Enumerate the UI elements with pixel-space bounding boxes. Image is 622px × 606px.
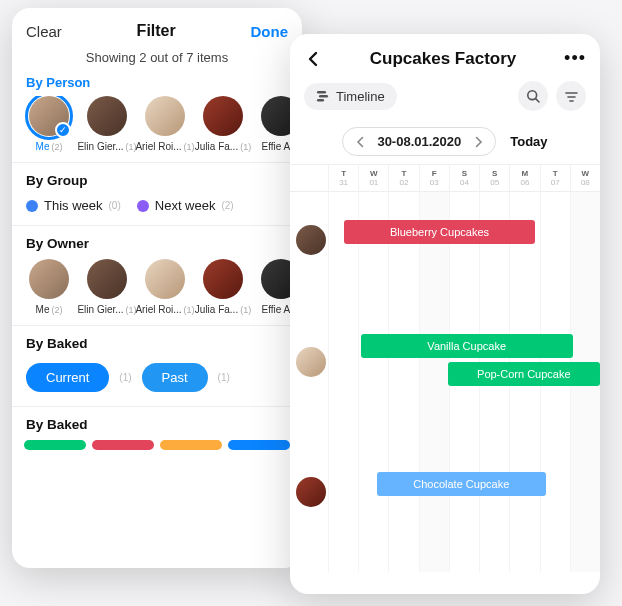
timeline-bar[interactable]: Blueberry Cupcakes — [344, 220, 534, 244]
row-avatar[interactable] — [296, 225, 326, 255]
group-option[interactable]: Next week(2) — [137, 198, 234, 213]
filter-header: Clear Filter Done — [12, 8, 302, 46]
avatar-image — [203, 96, 243, 136]
filter-panel: Clear Filter Done Showing 2 out of 7 ite… — [12, 8, 302, 568]
by-owner-label: By Owner — [12, 225, 302, 259]
date-range-selector[interactable]: 30-08.01.2020 — [342, 127, 496, 156]
person-row: ✓Me(2)Elin Gier...(1)Ariel Roi...(1)Juli… — [12, 96, 302, 162]
timeline-bar[interactable]: Chocolate Cupcake — [377, 472, 546, 496]
avatar-name: Ariel Roi... — [135, 141, 181, 152]
more-button[interactable]: ••• — [564, 48, 586, 69]
day-header: S04 — [449, 165, 479, 191]
avatar-name: Julia Fa... — [195, 304, 238, 315]
calendar-body[interactable]: Blueberry CupcakesVanilla CupcakePop-Cor… — [290, 192, 600, 572]
svg-line-4 — [535, 98, 538, 101]
avatar-image — [145, 259, 185, 299]
group-label: This week — [44, 198, 103, 213]
color-bar-blue[interactable] — [228, 440, 290, 450]
color-bar-orange[interactable] — [160, 440, 222, 450]
avatar-count: (1) — [184, 142, 195, 152]
pill-count: (1) — [218, 372, 230, 383]
owner-row: Me(2)Elin Gier...(1)Ariel Roi...(1)Julia… — [12, 259, 302, 325]
person-avatar[interactable]: ✓Me(2) — [24, 96, 74, 152]
chevron-right-icon — [474, 136, 483, 148]
avatar-image — [87, 259, 127, 299]
group-count: (0) — [109, 200, 121, 211]
back-button[interactable] — [304, 50, 322, 68]
row-avatar[interactable] — [296, 347, 326, 377]
day-header: W08 — [570, 165, 600, 191]
timeline-panel: Cupcakes Factory ••• Timeline 30-08.01.2… — [290, 34, 600, 594]
prev-range-button[interactable] — [353, 135, 367, 149]
person-avatar[interactable]: Julia Fa...(1) — [198, 96, 248, 152]
avatar-image: ✓ — [29, 96, 69, 136]
view-selector[interactable]: Timeline — [304, 83, 397, 110]
timeline-icon — [316, 89, 330, 103]
filter-title: Filter — [137, 22, 176, 40]
svg-rect-0 — [317, 91, 326, 93]
avatar-image — [29, 259, 69, 299]
svg-rect-1 — [319, 95, 328, 97]
date-range-label: 30-08.01.2020 — [377, 134, 461, 149]
check-icon: ✓ — [55, 122, 71, 138]
person-avatar[interactable]: Elin Gier...(1) — [82, 259, 132, 315]
avatar-name: Me — [36, 141, 50, 152]
search-button[interactable] — [518, 81, 548, 111]
person-avatar[interactable]: Julia Fa...(1) — [198, 259, 248, 315]
timeline-header: Cupcakes Factory ••• — [290, 34, 600, 75]
board-title: Cupcakes Factory — [332, 49, 554, 69]
search-icon — [526, 89, 541, 104]
avatar-image — [145, 96, 185, 136]
color-bar-green[interactable] — [24, 440, 86, 450]
timeline-row: Vanilla CupcakePop-Corn Cupcake — [290, 332, 600, 392]
done-button[interactable]: Done — [250, 23, 288, 40]
color-bar-red[interactable] — [92, 440, 154, 450]
today-button[interactable]: Today — [510, 134, 547, 149]
date-bar: 30-08.01.2020 Today — [290, 121, 600, 164]
avatar-count: (2) — [51, 142, 62, 152]
pill-count: (1) — [119, 372, 131, 383]
timeline-toolbar: Timeline — [290, 75, 600, 121]
avatar-name: Me — [36, 304, 50, 315]
group-row: This week(0)Next week(2) — [12, 196, 302, 225]
clear-button[interactable]: Clear — [26, 23, 62, 40]
day-header: W01 — [358, 165, 388, 191]
day-header: M06 — [509, 165, 539, 191]
avatar-count: (1) — [184, 305, 195, 315]
baked-pill[interactable]: Past — [142, 363, 208, 392]
by-baked-label: By Baked — [12, 325, 302, 359]
row-avatar[interactable] — [296, 477, 326, 507]
avatar-count: (2) — [51, 305, 62, 315]
group-option[interactable]: This week(0) — [26, 198, 121, 213]
day-header: T02 — [388, 165, 418, 191]
filter-icon — [564, 89, 579, 104]
baked-pill[interactable]: Current — [26, 363, 109, 392]
person-avatar[interactable]: Ariel Roi...(1) — [140, 96, 190, 152]
svg-rect-2 — [317, 99, 324, 101]
person-avatar[interactable]: Ariel Roi...(1) — [140, 259, 190, 315]
view-label: Timeline — [336, 89, 385, 104]
color-dot-icon — [26, 200, 38, 212]
group-count: (2) — [221, 200, 233, 211]
timeline-bar[interactable]: Pop-Corn Cupcake — [448, 362, 600, 386]
group-label: Next week — [155, 198, 216, 213]
day-header: F03 — [419, 165, 449, 191]
avatar-name: Elin Gier... — [77, 141, 123, 152]
chevron-left-icon — [356, 136, 365, 148]
avatar-name: Julia Fa... — [195, 141, 238, 152]
next-range-button[interactable] — [471, 135, 485, 149]
filter-button[interactable] — [556, 81, 586, 111]
calendar-header: T31W01T02F03S04S05M06T07W08 — [290, 164, 600, 192]
avatar-count: (1) — [240, 305, 251, 315]
timeline-bar[interactable]: Vanilla Cupcake — [361, 334, 573, 358]
day-header: S05 — [479, 165, 509, 191]
avatar-name: Elin Gier... — [77, 304, 123, 315]
avatar-count: (1) — [240, 142, 251, 152]
timeline-row: Chocolate Cupcake — [290, 462, 600, 522]
person-avatar[interactable]: Elin Gier...(1) — [82, 96, 132, 152]
avatar-image — [87, 96, 127, 136]
person-avatar[interactable]: Me(2) — [24, 259, 74, 315]
by-group-label: By Group — [12, 162, 302, 196]
chevron-left-icon — [307, 51, 319, 67]
avatar-name: Ariel Roi... — [135, 304, 181, 315]
